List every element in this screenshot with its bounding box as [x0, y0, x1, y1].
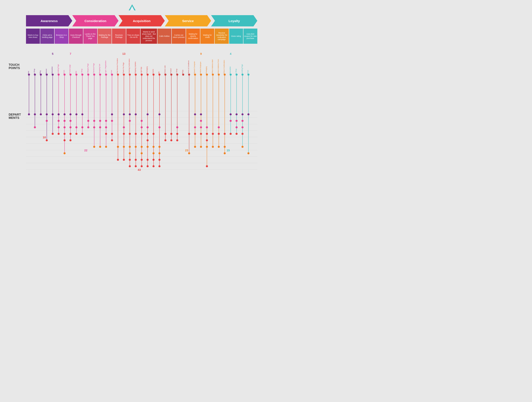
tp-label-27: Terms & Conditions	[188, 60, 189, 74]
dept-dot-0-6	[63, 113, 65, 115]
count-label-9: 9	[200, 52, 202, 56]
step-11: Carries out return process	[172, 29, 186, 44]
dept-dot-1-5	[58, 120, 60, 122]
dept-dot-0-34	[230, 113, 232, 115]
tp-dot-35	[235, 74, 237, 75]
tp-label-20: Packaging	[146, 67, 148, 74]
dept-dot-3-21	[152, 133, 154, 135]
dept-dot-1-6	[63, 120, 65, 122]
tp-label-8: App	[75, 71, 77, 74]
dept-dot-8-22	[158, 165, 160, 167]
dept-dot-6-6	[63, 152, 65, 154]
dept-dot-5-21	[152, 146, 154, 148]
dept-dot-0-35	[235, 113, 237, 115]
tp-label-37: Form	[247, 70, 249, 74]
step-4: Goes through Checkout	[69, 29, 83, 44]
dept-dot-3-29	[200, 133, 202, 135]
dept-dot-2-7	[70, 126, 71, 128]
dept-dot-5-32	[218, 146, 220, 148]
tp-dot-7	[70, 74, 71, 75]
stage-consideration: Consideration	[72, 15, 119, 26]
tp-label-13: Login / Registration	[105, 60, 107, 74]
dept-dot-0-14	[111, 113, 113, 115]
dept-dot-4-23	[165, 139, 166, 141]
tp-dot-28	[194, 74, 196, 75]
dept-dot-3-35	[235, 133, 237, 135]
tp-label-5: Landing Page	[57, 64, 59, 73]
header	[9, 4, 257, 12]
step-10: Calls Hotline	[158, 29, 171, 44]
dept-dot-1-17	[129, 120, 131, 122]
tp-label-15: Paid Service Providers	[117, 58, 118, 73]
dept-dot-7-17	[129, 159, 131, 161]
tp-dot-5	[58, 74, 60, 75]
dept-dot-1-19	[141, 120, 143, 122]
dept-dot-3-30	[206, 133, 208, 135]
tp-dot-11	[93, 74, 95, 75]
dept-dot-0-8	[75, 113, 77, 115]
dept-dot-1-7	[70, 120, 71, 122]
departments-label: DEPARTMENTS	[9, 113, 21, 120]
step-7: Receives Package	[112, 29, 126, 44]
dept-dot-1-14	[111, 120, 113, 122]
tp-label-25: e-Shop	[176, 69, 178, 74]
dept-dot-1-34	[230, 120, 232, 122]
dept-dot-7-22	[158, 159, 160, 161]
tp-label-2: Blog	[39, 71, 41, 74]
tp-label-26: FAQs	[182, 70, 184, 74]
tp-label-36: Landing Page	[241, 64, 243, 73]
count-label-13: 13	[122, 52, 126, 56]
tp-dot-24	[170, 74, 172, 75]
dept-dot-7-19	[141, 159, 143, 161]
dept-dot-4-3	[46, 139, 48, 141]
dept-dot-7-16	[123, 159, 125, 161]
dept-dot-3-36	[241, 133, 243, 135]
dept-count-23: 23	[185, 149, 189, 152]
dept-dot-5-18	[135, 146, 137, 148]
tp-label-17: Ordering Confirmation	[128, 59, 130, 74]
tp-dot-17	[129, 74, 131, 75]
tp-dot-3	[46, 74, 48, 75]
step-8: Tries on shoes - Do not fit	[126, 29, 140, 44]
tp-label-4: Newsletter	[51, 66, 53, 74]
dept-dot-0-9	[81, 113, 83, 115]
dept-dot-3-27	[188, 133, 190, 135]
stage-acquisition: Acquisition	[119, 15, 165, 26]
tp-label-34: Newsletter	[229, 66, 231, 74]
step-1: Wants to buy new shoes	[26, 29, 40, 44]
tp-label-28: Speech Computer	[194, 61, 195, 74]
step-15: Gives rating	[229, 29, 243, 44]
tp-label-21: Inserts	[152, 69, 154, 74]
dept-dot-4-14	[111, 139, 113, 141]
dept-dot-0-4	[52, 113, 54, 115]
tp-dot-9	[81, 74, 83, 75]
dept-dot-1-10	[87, 120, 89, 122]
dept-dot-4-24	[170, 139, 172, 141]
dept-dot-5-30	[206, 146, 208, 148]
tp-dot-25	[176, 74, 178, 75]
step-12: Waiting for returns confirmation	[186, 29, 200, 44]
dept-dot-5-20	[147, 146, 149, 148]
tp-dot-6	[63, 74, 65, 75]
logo-area	[129, 4, 137, 10]
dept-dot-3-18	[135, 133, 137, 135]
step-13: Waiting for credit	[200, 29, 214, 44]
dept-count-15: 15	[227, 149, 230, 152]
tp-dot-34	[230, 74, 232, 75]
dept-dot-1-35	[235, 120, 237, 122]
dept-dot-3-19	[141, 133, 143, 135]
tp-dot-12	[99, 74, 101, 75]
tp-label-6: Form	[63, 70, 65, 74]
tp-label-23: Drivers note	[164, 65, 166, 74]
tp-label-22: Bill	[158, 71, 160, 74]
dept-dot-2-9	[81, 126, 83, 128]
count-label-7: 7	[70, 52, 71, 56]
main-chart-svg: 571394Adse-ShopBlogBannerNewsletterLandi…	[26, 46, 257, 184]
tp-dot-1	[34, 74, 36, 75]
dept-dot-2-25	[176, 126, 178, 128]
dept-dot-5-16	[123, 146, 125, 148]
tp-dot-13	[105, 74, 107, 75]
tp-dot-16	[123, 74, 125, 75]
dept-dot-7-18	[135, 159, 137, 161]
dept-dot-6-22	[158, 152, 160, 154]
